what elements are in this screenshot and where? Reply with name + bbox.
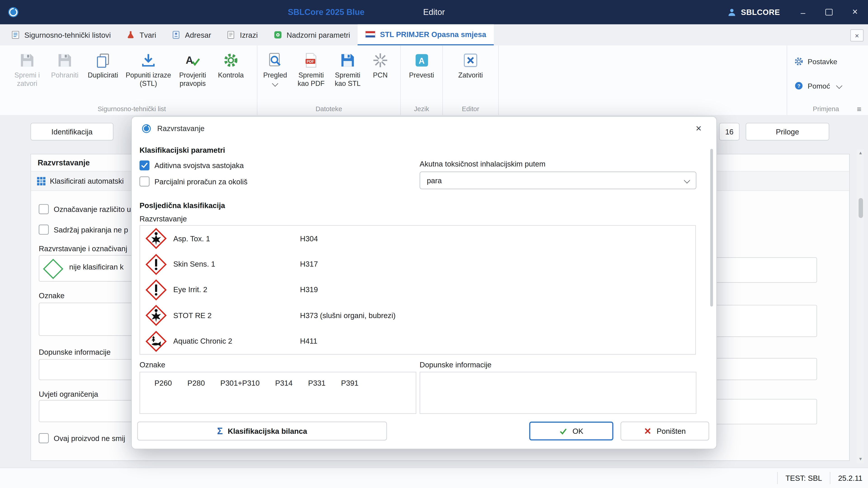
ghs07-exclamation-icon <box>146 254 166 275</box>
duplicate-button[interactable]: Duplicirati <box>82 49 124 79</box>
hazard-class: Eye Irrit. 2 <box>174 286 300 294</box>
cancel-button[interactable]: Poništen <box>620 422 709 440</box>
minimize-button[interactable]: – <box>790 0 816 24</box>
section-resulting-classification: Posljedična klasifikacija <box>140 201 225 210</box>
account-name[interactable]: SBLCORE <box>741 8 780 17</box>
partial-environment-checkbox[interactable]: Parcijalni proračun za okoliš <box>140 176 248 186</box>
oznake-label: Oznake <box>39 292 64 300</box>
nav-section-16-button[interactable]: 16 <box>719 123 740 140</box>
help-button[interactable]: ? Pomoć <box>794 81 860 91</box>
p-code[interactable]: P391 <box>341 379 359 387</box>
statusbar-separator <box>777 472 778 484</box>
save-and-close-button[interactable]: Spremi i zatvori <box>6 49 48 88</box>
checkbox-label: Aditivna svojstva sastojaka <box>154 161 244 170</box>
tab-label: Tvari <box>140 31 156 39</box>
tab-nadzorni-parametri[interactable]: Nadzorni parametri <box>266 24 358 45</box>
classification-balance-button[interactable]: Σ Klasifikacijska bilanca <box>137 422 387 440</box>
panel-title: Razvrstavanje <box>38 158 90 167</box>
additive-properties-checkbox[interactable]: Aditivna svojstva sastojaka <box>140 160 244 170</box>
tab-tvari[interactable]: Tvari <box>119 24 164 45</box>
ghs08-health-hazard-icon <box>146 305 166 326</box>
h-code: H373 (slušni organi, bubrezi) <box>300 312 396 320</box>
settings-button[interactable]: Postavke <box>794 57 860 66</box>
ribbon-group-editor: Zatvoriti Editor <box>443 45 499 115</box>
ribbon-group-files: Pregled PDF Spremiti kao PDF Spremiti ka… <box>257 45 401 115</box>
p-code[interactable]: P260 <box>154 379 172 387</box>
maximize-button[interactable] <box>816 0 842 24</box>
close-editor-button[interactable]: Zatvoriti <box>448 49 493 79</box>
dialog-header: Razvrstavanje × <box>132 117 716 140</box>
classification-list-label: Razvrstavanje <box>140 215 187 223</box>
p-code[interactable]: P331 <box>308 379 326 387</box>
scroll-up-icon[interactable]: ▲ <box>857 149 864 157</box>
packaging-content-checkbox[interactable]: Sadržaj pakiranja ne p <box>39 225 128 234</box>
hazard-class: Skin Sens. 1 <box>174 260 300 268</box>
classification-row[interactable]: Asp. Tox. 1 H304 <box>140 226 695 252</box>
translate-button[interactable]: A Prevesti <box>402 49 441 79</box>
tab-close-button[interactable]: × <box>850 29 864 41</box>
tab-sds-list[interactable]: Sigurnosno-tehnički listovi <box>3 24 119 45</box>
control-button[interactable]: Kontrola <box>213 49 249 79</box>
question-circle-icon: ? <box>794 81 804 91</box>
close-button[interactable]: × <box>842 0 868 24</box>
tab-izrazi[interactable]: Izrazi <box>219 24 266 45</box>
save-as-pdf-button[interactable]: PDF Spremiti kao PDF <box>293 49 330 88</box>
nav-priloge-button[interactable]: Priloge <box>746 123 829 140</box>
inhalation-select[interactable]: para <box>420 171 696 189</box>
classification-row[interactable]: Skin Sens. 1 H317 <box>140 252 695 277</box>
p-code[interactable]: P301+P310 <box>220 379 260 387</box>
button-label: Duplicirati <box>88 71 118 79</box>
p-codes-field[interactable]: P260 P280 P301+P310 P314 P331 P391 <box>140 372 416 414</box>
main-scrollbar[interactable]: ▲ ▼ <box>857 149 864 463</box>
store-button[interactable]: Pohraniti <box>48 49 82 79</box>
labeling-different-checkbox[interactable]: Označavanje različito u <box>39 204 131 214</box>
spellcheck-button[interactable]: A Provjeriti pravopis <box>173 49 213 88</box>
sblcore-window: SBLCore 2025 Blue Editor SBLCORE – × Sig… <box>0 0 868 488</box>
tab-label: Sigurnosno-tehnički listovi <box>24 31 111 39</box>
p-code[interactable]: P280 <box>187 379 205 387</box>
sigma-icon: Σ <box>217 426 223 436</box>
nav-identifikacija-button[interactable]: Identifikacija <box>31 123 114 140</box>
pdf-icon: PDF <box>302 51 320 70</box>
button-label: Kontrola <box>218 71 244 79</box>
section-parameters: Klasifikacijski parametri <box>140 146 225 155</box>
button-label: Pregled <box>263 71 287 79</box>
maximize-icon <box>825 9 833 15</box>
dialog-title: Razvrstavanje <box>157 124 205 133</box>
titlebar-right: SBLCORE – × <box>727 0 868 24</box>
hamburger-icon[interactable]: ≡ <box>857 105 862 113</box>
tab-stl-primjer[interactable]: STL PRIMJER Opasna smjesa <box>358 24 494 45</box>
classification-list[interactable]: Asp. Tox. 1 H304 Skin Sens. 1 H317 Eye I… <box>140 225 696 355</box>
scroll-down-icon[interactable]: ▼ <box>857 455 864 463</box>
uvjeti-label: Uvjeti ograničenja <box>39 390 98 398</box>
tab-adresar[interactable]: Adresar <box>164 24 219 45</box>
dopunske-field[interactable] <box>420 372 696 414</box>
fill-phrases-button[interactable]: Popuniti izraze (STL) <box>124 49 173 88</box>
preview-button[interactable]: Pregled <box>257 49 293 86</box>
p-code[interactable]: P314 <box>275 379 292 387</box>
button-label: OK <box>572 427 583 435</box>
button-label: Postavke <box>808 57 837 66</box>
tab-label: Nadzorni parametri <box>287 31 350 39</box>
dialog-scroll-thumb[interactable] <box>710 149 713 306</box>
dialog-close-button[interactable]: × <box>692 122 705 135</box>
classification-row[interactable]: STOT RE 2 H373 (slušni organi, bubrezi) <box>140 303 695 328</box>
save-as-stl-button[interactable]: Spremiti kao STL <box>329 49 366 88</box>
h-code: H317 <box>300 260 318 268</box>
ok-button[interactable]: OK <box>529 422 613 440</box>
classify-auto-button[interactable]: Klasificirati automatski <box>37 176 124 186</box>
chevron-down-icon <box>272 80 278 87</box>
scroll-thumb[interactable] <box>858 198 863 218</box>
button-label: Klasificirati automatski <box>50 177 124 185</box>
svg-text:A: A <box>418 56 425 66</box>
ribbon: Spremi i zatvori Pohraniti Duplicirati <box>0 45 868 116</box>
croatian-flag-icon <box>366 31 375 37</box>
checkbox-icon <box>39 433 49 443</box>
classification-row[interactable]: Eye Irrit. 2 H319 <box>140 277 695 303</box>
preview-icon <box>266 51 285 70</box>
pcn-button[interactable]: PCN <box>366 49 395 79</box>
classification-row[interactable]: Aquatic Chronic 2 H411 <box>140 328 695 354</box>
download-arrow-icon <box>139 51 158 70</box>
phrases-book-icon <box>227 31 236 39</box>
product-restriction-checkbox[interactable]: Ovaj proizvod ne smij <box>39 433 125 443</box>
